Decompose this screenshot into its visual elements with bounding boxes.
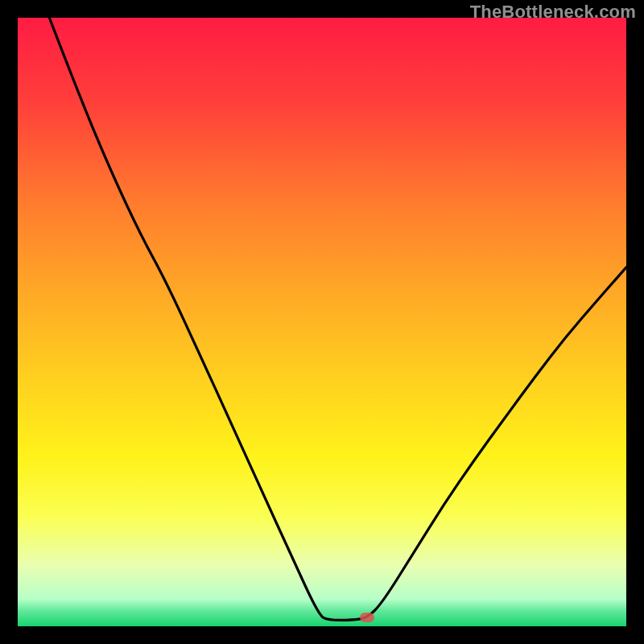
optimal-point-marker — [360, 613, 374, 622]
chart-frame: TheBottleneck.com — [0, 0, 644, 644]
gradient-background — [18, 18, 626, 626]
plot-area — [18, 18, 626, 626]
bottleneck-chart — [18, 18, 626, 626]
